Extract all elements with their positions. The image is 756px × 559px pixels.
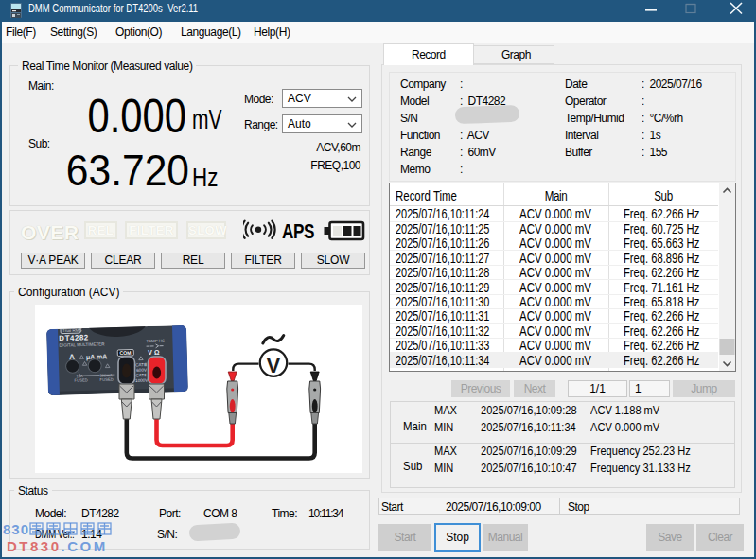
svg-text:COM: COM [119, 350, 131, 356]
svg-text:1000V: 1000V [135, 378, 149, 383]
svg-text:FUSED: FUSED [99, 377, 113, 382]
svg-text:CATⅢ: CATⅢ [135, 362, 147, 367]
svg-text:CATⅡ: CATⅡ [135, 373, 146, 377]
svg-text:V Ω: V Ω [148, 349, 160, 356]
svg-text:600V: 600V [136, 368, 148, 373]
svg-text:V: V [267, 355, 281, 377]
svg-text:DT4282: DT4282 [59, 333, 89, 342]
svg-text:FUSED: FUSED [74, 377, 87, 382]
svg-text:True RMS: True RMS [62, 328, 81, 334]
svg-text:TEMP HS: TEMP HS [146, 339, 165, 344]
